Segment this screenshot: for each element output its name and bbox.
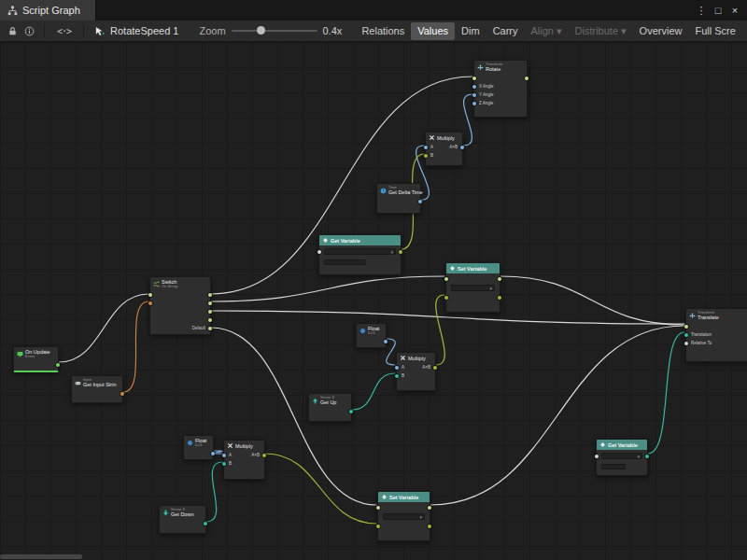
toolbar-button-full-scre[interactable]: Full Scre xyxy=(688,22,741,40)
toolbar-button-carry[interactable]: Carry xyxy=(486,22,525,40)
node-title: Set Variable xyxy=(389,495,418,500)
port-plain[interactable] xyxy=(595,455,599,458)
port-float[interactable] xyxy=(384,340,388,343)
port-event[interactable] xyxy=(56,363,60,367)
port-control[interactable] xyxy=(472,77,476,80)
info-icon[interactable] xyxy=(21,26,37,36)
transform-icon xyxy=(689,313,696,319)
port-control[interactable] xyxy=(208,327,212,330)
toolbar-button-relations[interactable]: Relations xyxy=(355,22,411,40)
variable-kind-dropdown[interactable] xyxy=(601,464,626,469)
node-on-update[interactable]: On UpdateEvent xyxy=(13,346,59,372)
port-control[interactable] xyxy=(148,293,152,297)
node-rotate[interactable]: TransformRotateX AngleY AngleZ Angle xyxy=(473,60,528,118)
port-vector3[interactable] xyxy=(684,333,688,337)
node-title: Set Variable xyxy=(458,266,486,272)
port-float[interactable] xyxy=(472,85,476,89)
port-float[interactable] xyxy=(222,454,226,457)
node-multiply-top[interactable]: MultiplyAA×BB xyxy=(425,132,463,166)
node-title: Get Down xyxy=(171,511,193,517)
port-control[interactable] xyxy=(525,77,529,80)
zoom-slider[interactable] xyxy=(232,24,317,37)
node-get-variable-right[interactable]: Get Variable▾ xyxy=(596,439,648,476)
port-lime[interactable] xyxy=(444,296,448,300)
node-translate[interactable]: TransformTranslateTranslationRelative To xyxy=(685,308,747,362)
toolbar-button-dim[interactable]: Dim xyxy=(455,22,486,40)
port-float[interactable] xyxy=(418,200,422,203)
variable-name-dropdown[interactable]: ▾ xyxy=(324,248,396,255)
node-get-input-string[interactable]: InputGet Input Strin xyxy=(71,375,123,403)
port-lime[interactable] xyxy=(433,366,437,370)
port-float[interactable] xyxy=(395,366,399,370)
tab-script-graph[interactable]: Script Graph xyxy=(0,0,96,21)
node-set-variable-top[interactable]: Set Variable▾ xyxy=(445,262,500,313)
graph-name[interactable]: RotateSpeed 1 xyxy=(110,25,178,36)
port-lime[interactable] xyxy=(376,525,380,528)
node-vector3-get-up[interactable]: Vector 3Get Up xyxy=(308,393,352,422)
port-float[interactable] xyxy=(472,102,476,105)
toolbar-button-overview[interactable]: Overview xyxy=(633,22,689,40)
node-port-row: Y Angle xyxy=(474,91,527,99)
port-control[interactable] xyxy=(498,277,501,281)
node-get-variable-top[interactable]: Get Variable▾ xyxy=(318,234,402,275)
node-port-row xyxy=(686,322,747,330)
port-lime[interactable] xyxy=(399,250,402,254)
node-title: Multiply xyxy=(437,135,455,141)
port-control[interactable] xyxy=(376,506,380,510)
node-multiply-middle[interactable]: MultiplyAA×BB xyxy=(396,352,436,391)
port-float[interactable] xyxy=(424,146,428,149)
variable-name-dropdown[interactable]: ▾ xyxy=(383,513,425,520)
port-control[interactable] xyxy=(444,277,448,281)
port-label: A×B xyxy=(449,145,458,149)
node-port-row: AA×B xyxy=(426,143,462,151)
port-control[interactable] xyxy=(208,310,212,314)
menu-icon[interactable]: ⋮ xyxy=(693,5,710,17)
port-float[interactable] xyxy=(211,452,215,455)
port-vector3[interactable] xyxy=(395,374,399,378)
port-control[interactable] xyxy=(208,318,212,322)
close-icon[interactable]: × xyxy=(726,5,743,16)
horizontal-scrollbar[interactable] xyxy=(0,554,82,559)
port-vector3[interactable] xyxy=(645,455,649,458)
port-plain[interactable] xyxy=(317,250,321,254)
zoom-slider-handle[interactable] xyxy=(257,26,265,35)
zoom-slider-track[interactable] xyxy=(232,30,317,32)
port-string[interactable] xyxy=(148,301,152,305)
node-switch-on-string[interactable]: SwitchOn StringDefault xyxy=(149,276,211,335)
port-plain[interactable] xyxy=(684,342,688,345)
port-control[interactable] xyxy=(684,325,688,329)
node-multiply-lower[interactable]: MultiplyAA×BB xyxy=(223,440,265,480)
graph-canvas[interactable]: TransformRotateX AngleY AngleZ AngleMult… xyxy=(0,42,747,560)
node-vector3-get-down[interactable]: Vector 3Get Down xyxy=(159,505,206,534)
variable-name-dropdown[interactable]: ▾ xyxy=(601,453,642,459)
port-control[interactable] xyxy=(208,293,212,297)
maximize-icon[interactable]: □ xyxy=(710,5,726,16)
node-set-variable-bottom[interactable]: Set Variable▾ xyxy=(377,491,430,541)
port-vector3[interactable] xyxy=(204,522,207,525)
variable-name-dropdown[interactable]: ▾ xyxy=(451,285,495,291)
node-port-row xyxy=(150,315,210,324)
port-lime[interactable] xyxy=(498,296,501,300)
port-float[interactable] xyxy=(472,93,476,97)
node-port-row xyxy=(446,274,500,283)
variable-kind-dropdown[interactable] xyxy=(324,259,366,265)
port-vector3[interactable] xyxy=(349,410,353,413)
port-float[interactable] xyxy=(460,146,464,149)
port-vector3[interactable] xyxy=(222,462,226,466)
port-lime[interactable] xyxy=(424,154,428,158)
port-control[interactable] xyxy=(208,301,212,305)
lock-icon[interactable] xyxy=(4,26,21,36)
port-lime[interactable] xyxy=(262,454,266,457)
node-title: Get Input Strin xyxy=(83,382,116,387)
node-subtitle: 0.01 xyxy=(195,443,206,447)
code-view-icon[interactable]: <·> xyxy=(51,26,77,36)
port-string[interactable] xyxy=(120,392,124,396)
node-get-delta-time[interactable]: TimeGet Delta Time xyxy=(376,183,421,214)
port-control[interactable] xyxy=(428,506,431,510)
node-port-row: ▾ xyxy=(446,283,500,293)
multiply-icon xyxy=(429,134,435,141)
port-lime[interactable] xyxy=(428,525,431,528)
node-float-middle[interactable]: Float0.01 xyxy=(356,323,387,348)
toolbar-button-values[interactable]: Values xyxy=(411,22,455,40)
node-float-lower[interactable]: Float0.01 xyxy=(183,435,214,460)
